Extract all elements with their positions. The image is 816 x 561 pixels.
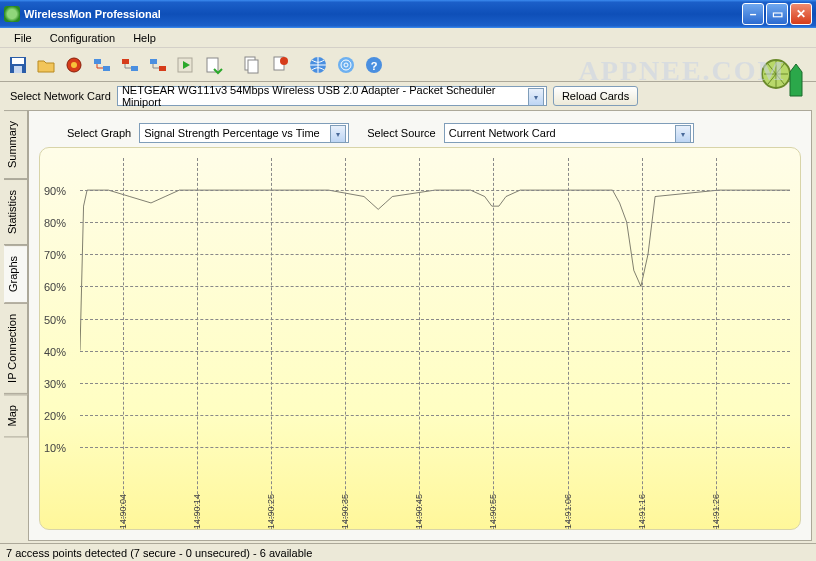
network-card-value: NETGEAR WG111v3 54Mbps Wireless USB 2.0 …: [122, 84, 530, 108]
print-icon[interactable]: [268, 53, 292, 77]
graphs-panel: Select Graph Signal Strength Percentage …: [28, 110, 812, 541]
svg-point-18: [338, 57, 354, 73]
y-gridline: 90%: [80, 190, 790, 191]
record-icon[interactable]: [62, 53, 86, 77]
x-gridline: 14:90:14: [197, 158, 198, 529]
export-icon[interactable]: [202, 53, 226, 77]
y-tick-label: 80%: [44, 217, 66, 229]
svg-rect-7: [122, 59, 129, 64]
close-button[interactable]: ✕: [790, 3, 812, 25]
y-gridline: 20%: [80, 415, 790, 416]
net-icon-2[interactable]: [118, 53, 142, 77]
net-icon-3[interactable]: [146, 53, 170, 77]
vertical-tabs: Summary Statistics Graphs IP Connection …: [4, 110, 28, 541]
toolbar: ?: [0, 48, 816, 82]
svg-rect-9: [150, 59, 157, 64]
select-graph-value: Signal Strength Percentage vs Time: [144, 127, 319, 139]
y-gridline: 70%: [80, 254, 790, 255]
x-tick-label: 14:90:14: [192, 494, 202, 529]
open-icon[interactable]: [34, 53, 58, 77]
y-tick-label: 90%: [44, 185, 66, 197]
select-graph-combo[interactable]: Signal Strength Percentage vs Time: [139, 123, 349, 143]
chart-plot: 10%20%30%40%50%60%70%80%90%14:90:0414:90…: [80, 158, 790, 479]
app-icon: [4, 6, 20, 22]
x-tick-label: 14:91:06: [563, 494, 573, 529]
save-icon[interactable]: [6, 53, 30, 77]
status-bar: 7 access points detected (7 secure - 0 u…: [0, 543, 816, 561]
y-tick-label: 20%: [44, 410, 66, 422]
y-gridline: 80%: [80, 222, 790, 223]
x-gridline: 14:90:25: [271, 158, 272, 529]
x-gridline: 14:91:06: [568, 158, 569, 529]
window-title: WirelessMon Professional: [24, 8, 740, 20]
tab-summary[interactable]: Summary: [4, 110, 28, 179]
svg-rect-1: [12, 58, 24, 64]
svg-text:?: ?: [371, 60, 378, 72]
svg-rect-5: [94, 59, 101, 64]
minimize-button[interactable]: –: [742, 3, 764, 25]
x-gridline: 14:90:45: [419, 158, 420, 529]
menu-file[interactable]: File: [6, 30, 40, 46]
reload-cards-button[interactable]: Reload Cards: [553, 86, 638, 106]
y-gridline: 60%: [80, 286, 790, 287]
app-logo-icon: [760, 52, 806, 98]
svg-point-4: [71, 62, 77, 68]
select-source-value: Current Network Card: [449, 127, 556, 139]
x-tick-label: 14:91:26: [711, 494, 721, 529]
globe-icon[interactable]: [306, 53, 330, 77]
x-gridline: 14:91:16: [642, 158, 643, 529]
network-card-label: Select Network Card: [10, 90, 111, 102]
y-tick-label: 40%: [44, 346, 66, 358]
x-gridline: 14:90:55: [493, 158, 494, 529]
y-tick-label: 50%: [44, 314, 66, 326]
copy-icon[interactable]: [240, 53, 264, 77]
x-tick-label: 14:90:25: [266, 494, 276, 529]
svg-rect-2: [14, 66, 22, 73]
select-graph-label: Select Graph: [67, 127, 131, 139]
radar-icon[interactable]: [334, 53, 358, 77]
reload-cards-label: Reload Cards: [562, 90, 629, 102]
graph-controls: Select Graph Signal Strength Percentage …: [37, 119, 803, 147]
tab-graphs[interactable]: Graphs: [4, 245, 28, 303]
x-gridline: 14:90:04: [123, 158, 124, 529]
y-tick-label: 70%: [44, 249, 66, 261]
y-tick-label: 30%: [44, 378, 66, 390]
select-source-combo[interactable]: Current Network Card: [444, 123, 694, 143]
content-area: Summary Statistics Graphs IP Connection …: [4, 110, 812, 541]
x-tick-label: 14:90:45: [414, 494, 424, 529]
tab-map[interactable]: Map: [4, 394, 28, 437]
x-gridline: 14:90:35: [345, 158, 346, 529]
y-gridline: 30%: [80, 383, 790, 384]
menu-configuration[interactable]: Configuration: [42, 30, 123, 46]
y-gridline: 50%: [80, 319, 790, 320]
x-tick-label: 14:90:04: [118, 494, 128, 529]
play-icon[interactable]: [174, 53, 198, 77]
svg-rect-12: [207, 58, 218, 72]
svg-rect-8: [131, 66, 138, 71]
x-tick-label: 14:90:55: [488, 494, 498, 529]
network-card-row: Select Network Card NETGEAR WG111v3 54Mb…: [0, 82, 816, 110]
y-tick-label: 60%: [44, 281, 66, 293]
menu-bar: File Configuration Help: [0, 28, 816, 48]
help-icon[interactable]: ?: [362, 53, 386, 77]
svg-rect-10: [159, 66, 166, 71]
maximize-button[interactable]: ▭: [766, 3, 788, 25]
x-tick-label: 14:91:16: [637, 494, 647, 529]
y-gridline: 10%: [80, 447, 790, 448]
svg-rect-6: [103, 66, 110, 71]
title-bar: WirelessMon Professional – ▭ ✕: [0, 0, 816, 28]
tab-ip-connection[interactable]: IP Connection: [4, 303, 28, 394]
tab-statistics[interactable]: Statistics: [4, 179, 28, 245]
select-source-label: Select Source: [367, 127, 435, 139]
chart-area: 10%20%30%40%50%60%70%80%90%14:90:0414:90…: [39, 147, 801, 530]
x-gridline: 14:91:26: [716, 158, 717, 529]
menu-help[interactable]: Help: [125, 30, 164, 46]
net-icon-1[interactable]: [90, 53, 114, 77]
y-tick-label: 10%: [44, 442, 66, 454]
svg-point-16: [280, 57, 288, 65]
network-card-select[interactable]: NETGEAR WG111v3 54Mbps Wireless USB 2.0 …: [117, 86, 547, 106]
x-tick-label: 14:90:35: [340, 494, 350, 529]
y-gridline: 40%: [80, 351, 790, 352]
svg-rect-14: [248, 60, 258, 73]
status-text: 7 access points detected (7 secure - 0 u…: [6, 547, 312, 559]
